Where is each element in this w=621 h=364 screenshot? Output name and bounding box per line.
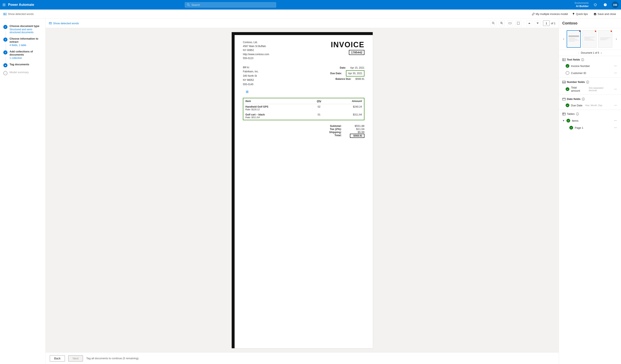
invoice-number-check (566, 64, 569, 68)
sub-navigation: Show detected words My multiple invoices… (0, 10, 621, 19)
doc-nav-row: ‹ Document 1 of 5 › (559, 50, 621, 56)
step-3-content: Add collections of documents 1 collectio… (10, 50, 42, 60)
total-amount-field[interactable]: Total amount Dot-separated decimal ··· (559, 85, 621, 94)
step-2-title: Choose information to extract (10, 37, 42, 43)
doc-prev-arrow[interactable]: ‹ (578, 51, 579, 54)
doc-next-arrow[interactable]: › (601, 51, 602, 54)
thumb-line (569, 36, 579, 36)
help-icon[interactable] (602, 1, 608, 8)
sidebar-step-1[interactable]: ✓ Choose document type Structured and se… (0, 23, 45, 35)
tax-label: Tax (2%): (330, 128, 342, 131)
date-label: Date: (340, 65, 346, 70)
customer-id-field[interactable]: Customer ID ··· (559, 69, 621, 77)
thumb-line (569, 38, 575, 38)
section-divider-1 (559, 77, 621, 78)
step-2-circle: ✓ (3, 37, 7, 42)
check-icon (567, 120, 569, 122)
environment-name: AI Builder (576, 5, 589, 8)
next-button[interactable]: Next (68, 355, 83, 362)
show-detected-words-center[interactable]: Show detected words (49, 22, 79, 25)
search-box (185, 2, 276, 7)
due-date-more[interactable]: ··· (613, 103, 618, 108)
thumb-line (584, 38, 591, 38)
environment-label: Environments (575, 1, 589, 4)
total-amount-check (566, 87, 569, 91)
page-up-btn[interactable] (526, 20, 532, 26)
item-1-qty: 02 (309, 104, 329, 112)
step-5-title: Model summary (10, 71, 29, 74)
invoice-number-more[interactable]: ··· (613, 64, 618, 68)
quick-tips-link[interactable]: Quick tips (572, 13, 588, 16)
due-date-check (566, 103, 569, 107)
total-amount-more[interactable]: ··· (613, 87, 618, 91)
items-table-field-left: ▼ Items (562, 119, 578, 122)
settings-icon[interactable] (592, 1, 599, 8)
show-words-toolbar-label: Show detected words (53, 22, 79, 25)
customer-id-more[interactable]: ··· (613, 71, 618, 75)
thumb-next[interactable]: › (615, 36, 618, 42)
customer-name: Fabrikam, Inc. (243, 69, 259, 74)
invoice-number-field[interactable]: Invoice Number ··· (559, 62, 621, 69)
waffle-icon[interactable]: ⊞ (2, 2, 6, 7)
date-fields-icon (562, 98, 566, 100)
save-close-label: Save and close (598, 13, 616, 16)
page-number-input[interactable]: 1 (543, 20, 550, 26)
page1-more[interactable]: ··· (613, 125, 618, 130)
svg-text:123: 123 (563, 81, 565, 83)
items-collapse-icon[interactable]: ▼ (562, 119, 565, 122)
svg-line-1 (189, 5, 190, 6)
due-date-value[interactable]: Apr 30, 2021 (346, 70, 364, 77)
date-fields-header[interactable]: Date fields i (559, 95, 621, 102)
table-row: Handheld Golf GPS Rate: $120.12 02 $240.… (243, 104, 364, 112)
item-2-amount: $311.64 (329, 112, 364, 120)
model-link[interactable]: My multiple invoices model (532, 13, 568, 16)
thumb-dot-1 (579, 30, 581, 32)
environment-info: Environments AI Builder (575, 1, 589, 8)
thumbnails-scroll (567, 30, 613, 48)
invoice-left-strip (232, 32, 235, 348)
svg-text:i: i (583, 98, 584, 100)
thumbnail-3[interactable] (598, 30, 612, 48)
total-amount-hint: Dot-separated decimal (589, 87, 612, 92)
sidebar-step-5[interactable]: ○ Model summary (0, 69, 45, 77)
number-fields-header[interactable]: 123 Number fields i (559, 78, 621, 85)
items-table-field[interactable]: ▼ Items ··· (559, 117, 621, 124)
show-detected-words-btn[interactable]: Show detected words (3, 13, 34, 16)
step-2-content: Choose information to extract 4 fields, … (10, 37, 42, 47)
items-page1-row[interactable]: Page 1 ··· (559, 124, 621, 131)
zoom-out-icon (492, 22, 495, 25)
due-date-field[interactable]: Due Date Year, Month, Day ··· (559, 102, 621, 109)
table-icon: ⊞ (246, 90, 248, 94)
thumb-prev[interactable]: ‹ (562, 36, 565, 42)
fit-width-btn[interactable] (507, 20, 513, 26)
step-3-circle: ✓ (3, 50, 7, 54)
tables-header[interactable]: Tables i (559, 111, 621, 117)
zoom-in-btn[interactable] (499, 20, 505, 26)
zoom-out-btn[interactable] (491, 20, 496, 26)
thumbnail-2[interactable] (582, 30, 597, 48)
customer-id-label: Customer ID (571, 71, 586, 75)
sidebar-step-3[interactable]: ✓ Add collections of documents 1 collect… (0, 48, 45, 61)
page-down-btn[interactable] (535, 20, 540, 26)
items-more[interactable]: ··· (613, 118, 618, 123)
text-fields-header[interactable]: Text fields i (559, 56, 621, 62)
page-total-label: of 1 (551, 22, 555, 25)
avatar[interactable]: DB (612, 1, 619, 8)
save-close-btn[interactable]: Save and close (592, 12, 618, 16)
sidebar-step-4[interactable]: ● Tag documents (0, 61, 45, 69)
show-words-icon (49, 22, 52, 25)
sidebar-step-2[interactable]: ✓ Choose information to extract 4 fields… (0, 35, 45, 48)
thumb-line (569, 39, 577, 39)
text-fields-label: Text fields (567, 58, 580, 61)
thumbnails-row: ‹ (559, 28, 621, 50)
date-row: Date: Apr 15, 2021 (330, 65, 364, 70)
svg-text:i: i (577, 113, 578, 115)
back-button[interactable]: Back (50, 355, 65, 362)
search-input[interactable] (191, 3, 274, 6)
invoice-number[interactable]: 1785442 (349, 50, 364, 55)
fit-page-btn[interactable] (516, 20, 521, 26)
svg-rect-17 (517, 22, 519, 24)
tables-label: Tables (567, 112, 575, 116)
total-value[interactable]: $568.91 (350, 134, 364, 138)
thumbnail-1[interactable] (567, 30, 581, 48)
